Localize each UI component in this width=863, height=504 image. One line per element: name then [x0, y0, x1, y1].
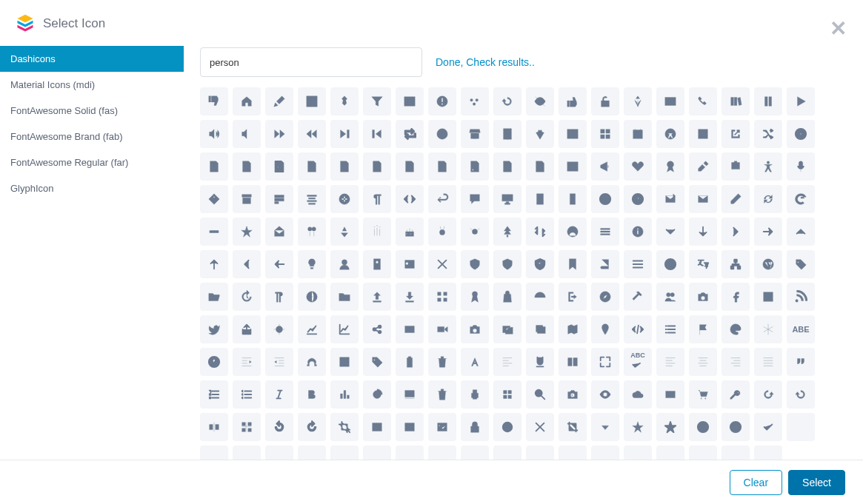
forward-icon[interactable]	[265, 120, 293, 148]
blank-icon[interactable]	[624, 446, 652, 460]
menu-icon[interactable]	[591, 218, 619, 246]
chart-up-icon[interactable]	[298, 315, 326, 343]
blank-icon[interactable]	[265, 446, 293, 460]
trash-icon[interactable]	[428, 348, 456, 376]
books-icon[interactable]	[722, 87, 750, 115]
card-icon[interactable]	[656, 380, 684, 409]
star-fill-icon[interactable]	[624, 413, 652, 441]
rows-icon[interactable]	[265, 185, 293, 213]
bee-icon[interactable]	[461, 218, 489, 246]
star-half-icon[interactable]	[233, 218, 261, 246]
font-a-icon[interactable]	[461, 348, 489, 376]
flag-icon[interactable]	[689, 315, 717, 343]
volume-icon[interactable]	[200, 120, 228, 148]
align-justify-icon[interactable]	[754, 348, 782, 376]
circle-icon[interactable]	[493, 413, 522, 441]
badge-icon[interactable]	[722, 152, 750, 181]
crop-icon[interactable]	[330, 413, 359, 441]
tag-sale-icon[interactable]	[363, 348, 391, 376]
contact-icon[interactable]	[396, 250, 424, 278]
comment-icon[interactable]	[461, 185, 489, 213]
indent-right-icon[interactable]	[233, 348, 261, 376]
map-icon[interactable]	[559, 315, 587, 343]
hammer-icon[interactable]	[624, 283, 652, 311]
grid-icon[interactable]	[591, 120, 619, 148]
list-ol-icon[interactable]	[200, 380, 228, 409]
lock-open-icon[interactable]	[591, 87, 619, 115]
clock-icon[interactable]	[591, 185, 619, 213]
sidebar-item-1[interactable]: Material Icons (mdi)	[0, 72, 184, 98]
file-lines-icon[interactable]	[330, 152, 359, 181]
blank-icon[interactable]	[591, 446, 619, 460]
target-icon[interactable]	[265, 315, 293, 343]
file-invoice-icon[interactable]	[493, 152, 522, 181]
upload-icon[interactable]	[363, 283, 391, 311]
blank-icon[interactable]	[200, 446, 228, 460]
smile-icon[interactable]	[656, 250, 684, 278]
close-icon[interactable]: ✕	[830, 16, 847, 41]
contrast-icon[interactable]	[428, 120, 456, 148]
skip-back-icon[interactable]	[363, 120, 391, 148]
return-icon[interactable]	[428, 185, 456, 213]
twitter-icon[interactable]	[200, 315, 228, 343]
refresh-icon[interactable]	[754, 185, 782, 213]
bunny-icon[interactable]	[428, 218, 456, 246]
snowflake-icon[interactable]	[754, 315, 782, 343]
cloud-icon[interactable]	[624, 380, 652, 409]
lock-icon[interactable]	[461, 413, 489, 441]
tree-icon[interactable]	[493, 218, 522, 246]
file-doc-icon[interactable]	[526, 152, 554, 181]
blank-icon[interactable]	[559, 446, 587, 460]
caret-down-icon[interactable]	[591, 413, 619, 441]
user-icon[interactable]	[330, 250, 359, 278]
balloons-icon[interactable]	[298, 218, 326, 246]
palette-icon[interactable]	[722, 315, 750, 343]
layout-icon[interactable]	[298, 87, 326, 115]
cake-icon[interactable]	[396, 218, 424, 246]
thumbs-down-icon[interactable]	[200, 87, 228, 115]
blank-icon[interactable]	[330, 446, 359, 460]
grid-4-icon[interactable]	[493, 380, 522, 409]
arrow-up-icon[interactable]	[200, 250, 228, 278]
blank-icon[interactable]	[689, 446, 717, 460]
accessibility-alt-icon[interactable]	[754, 152, 782, 181]
clipboard-icon[interactable]	[396, 348, 424, 376]
external-icon[interactable]	[722, 120, 750, 148]
translate-icon[interactable]	[689, 250, 717, 278]
paragraph-rtl-icon[interactable]	[265, 283, 293, 311]
chevron-down-icon[interactable]	[656, 218, 684, 246]
users-icon[interactable]	[656, 283, 684, 311]
mail-out-icon[interactable]	[656, 185, 684, 213]
help-icon[interactable]	[624, 185, 652, 213]
align-left-icon[interactable]	[493, 348, 522, 376]
apps-icon[interactable]	[428, 283, 456, 311]
party-icon[interactable]	[330, 218, 359, 246]
carrot-icon[interactable]	[526, 120, 554, 148]
brush-icon[interactable]	[265, 87, 293, 115]
folder-icon[interactable]	[330, 283, 359, 311]
dashboard-icon[interactable]	[526, 283, 554, 311]
shield-icon[interactable]	[461, 250, 489, 278]
list-alt-icon[interactable]	[656, 315, 684, 343]
shield-check-icon[interactable]	[526, 250, 554, 278]
paragraph-icon[interactable]	[363, 185, 391, 213]
google-icon[interactable]	[787, 185, 815, 213]
file-zip-icon[interactable]	[200, 152, 228, 181]
dots-icon[interactable]	[461, 87, 489, 115]
megaphone-icon[interactable]	[591, 152, 619, 181]
tag-alt-icon[interactable]	[200, 185, 228, 213]
avatar-icon[interactable]	[559, 218, 587, 246]
chart-pie-icon[interactable]	[363, 380, 391, 409]
folder-open-icon[interactable]	[200, 283, 228, 311]
info-icon[interactable]	[624, 218, 652, 246]
check-icon[interactable]	[754, 413, 782, 441]
sitemap-icon[interactable]	[722, 250, 750, 278]
spellcheck-icon[interactable]: ABC	[624, 348, 652, 376]
sidebar-item-2[interactable]: FontAwesome Solid (fas)	[0, 98, 184, 124]
columns-icon[interactable]	[559, 120, 587, 148]
text-columns-icon[interactable]	[559, 348, 587, 376]
file-icon[interactable]	[298, 152, 326, 181]
pause-icon[interactable]	[754, 87, 782, 115]
award-icon[interactable]	[656, 152, 684, 181]
question-icon[interactable]	[200, 348, 228, 376]
